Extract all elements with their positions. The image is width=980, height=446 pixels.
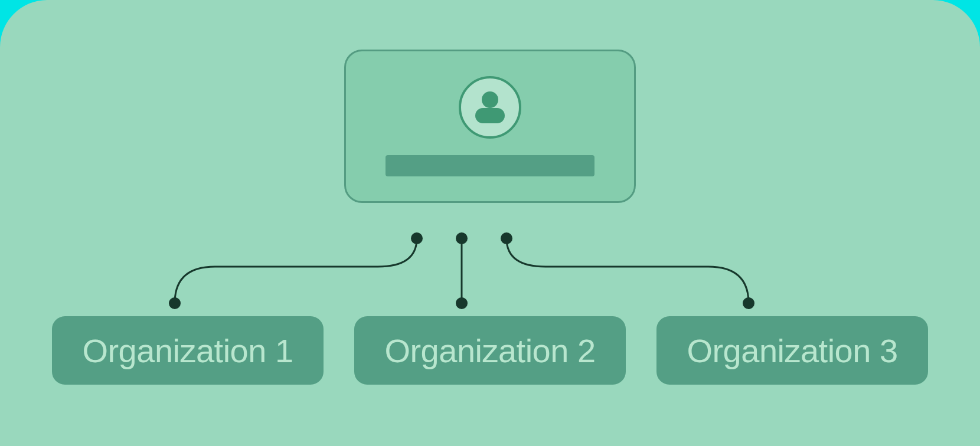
user-card: [344, 50, 636, 203]
svg-point-4: [501, 232, 512, 244]
organization-node-2: Organization 2: [354, 316, 626, 385]
diagram-panel: Organization 1 Organization 2 Organizati…: [0, 0, 980, 446]
svg-point-0: [411, 232, 423, 244]
organization-node-3: Organization 3: [656, 316, 928, 385]
svg-point-2: [456, 232, 468, 244]
organization-node-1: Organization 1: [52, 316, 324, 385]
svg-point-3: [456, 297, 468, 309]
organization-label: Organization 3: [687, 332, 897, 370]
organizations-row: Organization 1 Organization 2 Organizati…: [0, 316, 980, 385]
connector-lines: [0, 203, 980, 333]
organization-label: Organization 2: [384, 332, 595, 370]
svg-point-5: [743, 297, 754, 309]
organization-label: Organization 1: [82, 332, 293, 370]
svg-point-1: [169, 297, 181, 309]
user-name-placeholder: [386, 155, 594, 176]
person-icon: [459, 76, 521, 139]
